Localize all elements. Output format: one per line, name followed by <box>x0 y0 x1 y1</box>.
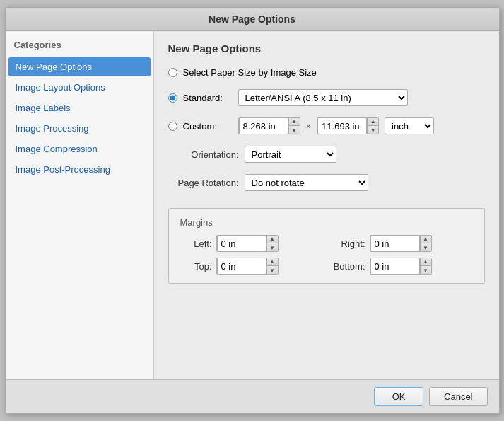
margins-title: Margins <box>180 217 473 228</box>
custom-width-up[interactable]: ▲ <box>288 117 300 126</box>
margin-right-spinner: ▲ ▼ <box>370 235 432 252</box>
margin-bottom-up[interactable]: ▲ <box>420 258 431 266</box>
margin-top-down[interactable]: ▼ <box>266 266 278 275</box>
sidebar-item-image-post-processing[interactable]: Image Post-Processing <box>8 160 151 179</box>
unit-select[interactable]: inch mm cm <box>385 117 434 134</box>
custom-width-down[interactable]: ▼ <box>288 126 300 134</box>
margin-top-btns: ▲ ▼ <box>266 258 278 275</box>
section-title: New Page Options <box>168 42 485 54</box>
custom-height-spinner: ▲ ▼ <box>317 117 379 134</box>
margin-right-input[interactable] <box>370 235 420 252</box>
radio-paper-by-image-size-label[interactable]: Select Paper Size by Image Size <box>183 67 317 78</box>
margin-right-down[interactable]: ▼ <box>420 243 431 252</box>
page-rotation-label: Page Rotation: <box>168 178 239 188</box>
margins-box: Margins Left: ▲ ▼ <box>168 208 485 284</box>
custom-height-input[interactable] <box>317 117 367 134</box>
radio-standard-label[interactable]: Standard: <box>183 93 233 103</box>
custom-row: Custom: ▲ ▼ × ▲ ▼ <box>168 117 485 134</box>
sidebar-item-image-compression[interactable]: Image Compression <box>8 139 151 158</box>
margin-bottom-label: Bottom: <box>334 261 365 272</box>
margin-right-up[interactable]: ▲ <box>420 235 431 243</box>
dialog-title: New Page Options <box>6 8 499 31</box>
margin-bottom-spinner: ▲ ▼ <box>370 258 432 275</box>
custom-width-input[interactable] <box>239 117 288 134</box>
custom-width-spinner: ▲ ▼ <box>238 117 300 134</box>
custom-height-spinner-btns: ▲ ▼ <box>367 117 378 134</box>
margin-left-up[interactable]: ▲ <box>266 235 278 243</box>
margin-right-row: Right: ▲ ▼ <box>334 235 473 252</box>
margin-right-label: Right: <box>334 238 365 249</box>
standard-select[interactable]: Letter/ANSI A (8.5 x 11 in) <box>238 89 408 106</box>
margin-bottom-row: Bottom: ▲ ▼ <box>334 258 473 275</box>
margin-bottom-down[interactable]: ▼ <box>420 266 431 275</box>
margin-left-input[interactable] <box>217 235 266 252</box>
orientation-select[interactable]: Portrait Landscape <box>245 146 336 163</box>
margin-left-btns: ▲ ▼ <box>266 235 278 252</box>
radio-paper-by-image-size[interactable] <box>168 68 177 77</box>
radio-custom-label[interactable]: Custom: <box>183 121 233 132</box>
custom-height-up[interactable]: ▲ <box>367 117 378 126</box>
margin-top-spinner: ▲ ▼ <box>216 258 279 275</box>
sidebar-item-image-processing[interactable]: Image Processing <box>8 119 151 138</box>
radio-standard[interactable] <box>168 93 177 103</box>
margin-top-input[interactable] <box>217 258 266 275</box>
custom-width-spinner-btns: ▲ ▼ <box>288 117 300 134</box>
main-content: New Page Options Select Paper Size by Im… <box>154 31 499 379</box>
radio-custom[interactable] <box>168 122 177 131</box>
orientation-row: Orientation: Portrait Landscape <box>168 146 485 163</box>
margins-grid: Left: ▲ ▼ Right: <box>180 235 473 275</box>
margin-left-label: Left: <box>180 238 212 249</box>
margin-top-label: Top: <box>180 261 212 272</box>
page-rotation-select[interactable]: Do not rotate 90 CW 90 CCW 180 <box>245 174 368 191</box>
sidebar-title: Categories <box>8 37 151 56</box>
x-separator: × <box>306 121 312 132</box>
orientation-label: Orientation: <box>168 149 239 160</box>
page-rotation-row: Page Rotation: Do not rotate 90 CW 90 CC… <box>168 174 485 191</box>
custom-height-down[interactable]: ▼ <box>367 126 378 134</box>
margin-top-up[interactable]: ▲ <box>266 258 278 266</box>
sidebar-item-new-page-options[interactable]: New Page Options <box>8 57 151 76</box>
margin-left-row: Left: ▲ ▼ <box>180 235 320 252</box>
margin-right-btns: ▲ ▼ <box>420 235 431 252</box>
sidebar-item-image-layout-options[interactable]: Image Layout Options <box>8 78 151 97</box>
paper-size-radio-row: Select Paper Size by Image Size <box>168 67 485 78</box>
margin-bottom-input[interactable] <box>370 258 420 275</box>
dialog-footer: OK Cancel <box>6 379 499 413</box>
margin-left-down[interactable]: ▼ <box>266 243 278 252</box>
sidebar-item-image-labels[interactable]: Image Labels <box>8 98 151 117</box>
sidebar: Categories New Page Options Image Layout… <box>6 31 154 379</box>
ok-button[interactable]: OK <box>374 387 423 406</box>
cancel-button[interactable]: Cancel <box>429 387 487 406</box>
margin-top-row: Top: ▲ ▼ <box>180 258 320 275</box>
standard-row: Standard: Letter/ANSI A (8.5 x 11 in) <box>168 89 485 106</box>
dialog-body: Categories New Page Options Image Layout… <box>6 31 499 379</box>
dialog: New Page Options Categories New Page Opt… <box>5 7 500 414</box>
margin-bottom-btns: ▲ ▼ <box>420 258 431 275</box>
margin-left-spinner: ▲ ▼ <box>216 235 279 252</box>
